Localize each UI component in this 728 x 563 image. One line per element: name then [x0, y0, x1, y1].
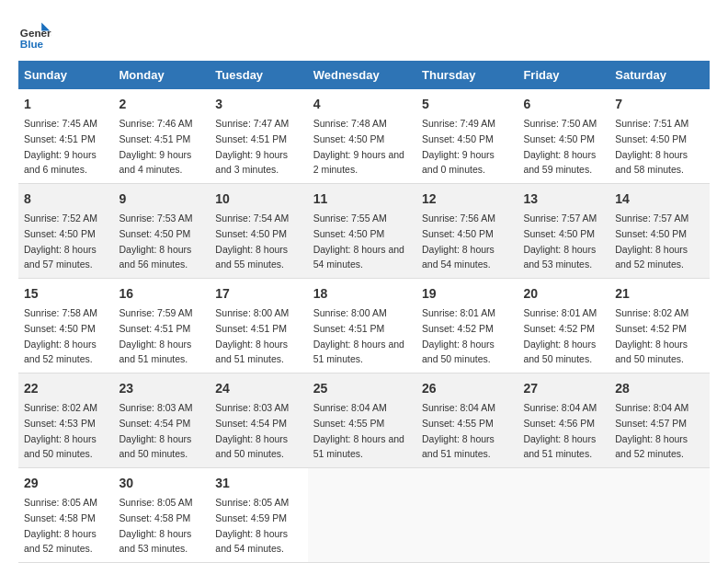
day-info: Sunrise: 8:04 AMSunset: 4:55 PMDaylight:… — [422, 402, 495, 459]
day-info: Sunrise: 8:02 AMSunset: 4:52 PMDaylight:… — [615, 307, 688, 364]
day-number: 9 — [119, 190, 205, 209]
calendar-week-4: 22Sunrise: 8:02 AMSunset: 4:53 PMDayligh… — [18, 373, 710, 468]
header-cell-thursday: Thursday — [416, 61, 518, 89]
calendar-header-row: SundayMondayTuesdayWednesdayThursdayFrid… — [18, 61, 710, 89]
calendar-week-2: 8Sunrise: 7:52 AMSunset: 4:50 PMDaylight… — [18, 184, 710, 279]
header-cell-sunday: Sunday — [18, 61, 114, 89]
day-info: Sunrise: 7:55 AMSunset: 4:50 PMDaylight:… — [313, 213, 404, 270]
calendar-cell: 22Sunrise: 8:02 AMSunset: 4:53 PMDayligh… — [18, 373, 114, 468]
day-info: Sunrise: 7:59 AMSunset: 4:51 PMDaylight:… — [119, 307, 193, 364]
day-number: 10 — [215, 190, 301, 209]
calendar-cell: 13Sunrise: 7:57 AMSunset: 4:50 PMDayligh… — [518, 184, 609, 279]
calendar-cell: 28Sunrise: 8:04 AMSunset: 4:57 PMDayligh… — [609, 373, 710, 468]
calendar-cell — [609, 468, 710, 563]
day-number: 7 — [615, 95, 704, 114]
svg-text:Blue: Blue — [20, 38, 44, 50]
calendar-cell: 12Sunrise: 7:56 AMSunset: 4:50 PMDayligh… — [416, 184, 518, 279]
day-number: 14 — [615, 190, 704, 209]
day-number: 3 — [215, 95, 301, 114]
day-number: 2 — [119, 95, 205, 114]
day-number: 12 — [422, 190, 512, 209]
day-info: Sunrise: 7:57 AMSunset: 4:50 PMDaylight:… — [523, 213, 597, 270]
day-number: 20 — [523, 284, 604, 304]
calendar-cell: 11Sunrise: 7:55 AMSunset: 4:50 PMDayligh… — [308, 184, 416, 279]
day-number: 8 — [24, 190, 108, 209]
logo: General Blue — [18, 18, 51, 52]
calendar-cell: 25Sunrise: 8:04 AMSunset: 4:55 PMDayligh… — [308, 373, 416, 468]
day-info: Sunrise: 7:54 AMSunset: 4:50 PMDaylight:… — [215, 213, 289, 270]
day-info: Sunrise: 8:03 AMSunset: 4:54 PMDaylight:… — [119, 402, 193, 459]
calendar-cell: 10Sunrise: 7:54 AMSunset: 4:50 PMDayligh… — [210, 184, 307, 279]
header-cell-saturday: Saturday — [609, 61, 710, 89]
day-number: 28 — [615, 379, 704, 398]
day-info: Sunrise: 8:04 AMSunset: 4:55 PMDaylight:… — [313, 402, 404, 459]
day-number: 19 — [422, 284, 512, 304]
day-number: 27 — [523, 379, 604, 398]
calendar-cell — [416, 468, 518, 563]
day-number: 25 — [313, 379, 411, 398]
day-number: 30 — [119, 474, 205, 493]
calendar-week-1: 1Sunrise: 7:45 AMSunset: 4:51 PMDaylight… — [18, 89, 710, 184]
day-info: Sunrise: 8:00 AMSunset: 4:51 PMDaylight:… — [313, 307, 404, 364]
day-number: 23 — [119, 379, 205, 398]
day-info: Sunrise: 7:49 AMSunset: 4:50 PMDaylight:… — [422, 118, 495, 175]
calendar-cell: 31Sunrise: 8:05 AMSunset: 4:59 PMDayligh… — [210, 468, 307, 563]
header-cell-wednesday: Wednesday — [308, 61, 416, 89]
header: General Blue — [18, 18, 710, 52]
day-info: Sunrise: 7:50 AMSunset: 4:50 PMDaylight:… — [523, 118, 597, 175]
day-info: Sunrise: 8:00 AMSunset: 4:51 PMDaylight:… — [215, 307, 289, 364]
calendar-cell: 14Sunrise: 7:57 AMSunset: 4:50 PMDayligh… — [609, 184, 710, 279]
day-number: 18 — [313, 284, 411, 304]
day-number: 31 — [215, 474, 301, 493]
calendar-cell: 3Sunrise: 7:47 AMSunset: 4:51 PMDaylight… — [210, 89, 307, 184]
day-number: 21 — [615, 284, 704, 304]
header-cell-tuesday: Tuesday — [210, 61, 307, 89]
day-info: Sunrise: 7:51 AMSunset: 4:50 PMDaylight:… — [615, 118, 688, 175]
calendar-cell: 4Sunrise: 7:48 AMSunset: 4:50 PMDaylight… — [308, 89, 416, 184]
day-info: Sunrise: 8:04 AMSunset: 4:56 PMDaylight:… — [523, 402, 597, 459]
day-number: 11 — [313, 190, 411, 209]
day-info: Sunrise: 7:52 AMSunset: 4:50 PMDaylight:… — [24, 213, 97, 270]
calendar-body: 1Sunrise: 7:45 AMSunset: 4:51 PMDaylight… — [18, 89, 710, 563]
day-info: Sunrise: 8:05 AMSunset: 4:59 PMDaylight:… — [215, 497, 289, 554]
day-number: 22 — [24, 379, 108, 398]
calendar-cell: 20Sunrise: 8:01 AMSunset: 4:52 PMDayligh… — [518, 279, 609, 373]
calendar-table: SundayMondayTuesdayWednesdayThursdayFrid… — [18, 61, 710, 563]
day-info: Sunrise: 7:47 AMSunset: 4:51 PMDaylight:… — [215, 118, 289, 175]
day-info: Sunrise: 8:01 AMSunset: 4:52 PMDaylight:… — [422, 307, 495, 364]
day-info: Sunrise: 8:02 AMSunset: 4:53 PMDaylight:… — [24, 402, 97, 459]
calendar-cell: 9Sunrise: 7:53 AMSunset: 4:50 PMDaylight… — [114, 184, 210, 279]
day-number: 24 — [215, 379, 301, 398]
day-number: 1 — [24, 95, 108, 114]
calendar-cell: 7Sunrise: 7:51 AMSunset: 4:50 PMDaylight… — [609, 89, 710, 184]
calendar-cell: 26Sunrise: 8:04 AMSunset: 4:55 PMDayligh… — [416, 373, 518, 468]
day-info: Sunrise: 8:05 AMSunset: 4:58 PMDaylight:… — [24, 497, 97, 554]
day-info: Sunrise: 8:05 AMSunset: 4:58 PMDaylight:… — [119, 497, 193, 554]
calendar-cell: 8Sunrise: 7:52 AMSunset: 4:50 PMDaylight… — [18, 184, 114, 279]
day-number: 6 — [523, 95, 604, 114]
calendar-cell: 15Sunrise: 7:58 AMSunset: 4:50 PMDayligh… — [18, 279, 114, 373]
calendar-cell: 1Sunrise: 7:45 AMSunset: 4:51 PMDaylight… — [18, 89, 114, 184]
header-cell-friday: Friday — [518, 61, 609, 89]
calendar-cell: 21Sunrise: 8:02 AMSunset: 4:52 PMDayligh… — [609, 279, 710, 373]
day-info: Sunrise: 8:01 AMSunset: 4:52 PMDaylight:… — [523, 307, 597, 364]
day-number: 16 — [119, 284, 205, 304]
calendar-cell: 2Sunrise: 7:46 AMSunset: 4:51 PMDaylight… — [114, 89, 210, 184]
day-info: Sunrise: 7:53 AMSunset: 4:50 PMDaylight:… — [119, 213, 193, 270]
day-number: 4 — [313, 95, 411, 114]
calendar-week-3: 15Sunrise: 7:58 AMSunset: 4:50 PMDayligh… — [18, 279, 710, 373]
calendar-cell: 29Sunrise: 8:05 AMSunset: 4:58 PMDayligh… — [18, 468, 114, 563]
calendar-cell: 24Sunrise: 8:03 AMSunset: 4:54 PMDayligh… — [210, 373, 307, 468]
calendar-cell: 23Sunrise: 8:03 AMSunset: 4:54 PMDayligh… — [114, 373, 210, 468]
logo-icon: General Blue — [18, 18, 51, 52]
day-number: 29 — [24, 474, 108, 493]
day-info: Sunrise: 7:58 AMSunset: 4:50 PMDaylight:… — [24, 307, 97, 364]
calendar-week-5: 29Sunrise: 8:05 AMSunset: 4:58 PMDayligh… — [18, 468, 710, 563]
header-cell-monday: Monday — [114, 61, 210, 89]
calendar-cell: 16Sunrise: 7:59 AMSunset: 4:51 PMDayligh… — [114, 279, 210, 373]
calendar-cell — [518, 468, 609, 563]
calendar-cell: 18Sunrise: 8:00 AMSunset: 4:51 PMDayligh… — [308, 279, 416, 373]
day-number: 15 — [24, 284, 108, 304]
day-info: Sunrise: 7:48 AMSunset: 4:50 PMDaylight:… — [313, 118, 404, 175]
calendar-cell: 17Sunrise: 8:00 AMSunset: 4:51 PMDayligh… — [210, 279, 307, 373]
